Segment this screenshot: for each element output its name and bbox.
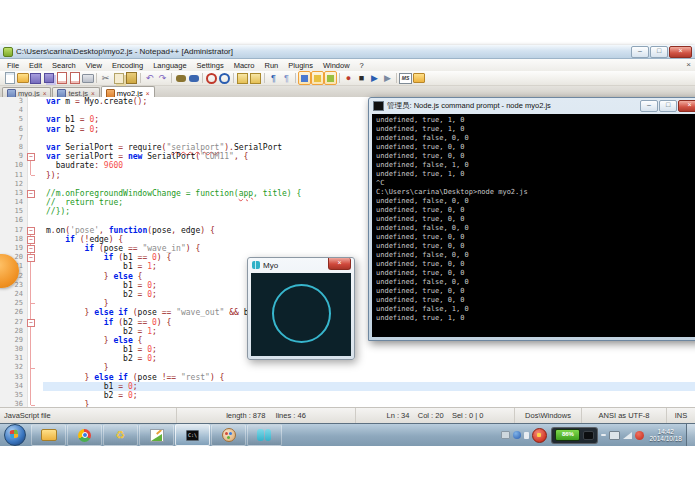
macro-run-multiple-icon[interactable]: ▶ — [381, 72, 394, 85]
status-eol[interactable]: Dos\Windows — [514, 408, 581, 423]
status-encoding[interactable]: ANSI as UTF-8 — [581, 408, 666, 423]
function-list-icon[interactable] — [324, 72, 337, 85]
signal-strength-icon[interactable] — [623, 432, 632, 439]
zoom-in-icon[interactable] — [205, 72, 218, 85]
tab-close-icon[interactable]: × — [91, 90, 95, 97]
paste-icon[interactable] — [125, 72, 138, 85]
line-number: 3 — [0, 97, 28, 106]
notepadpp-titlebar[interactable]: C:\Users\carina\Desktop\myo2.js - Notepa… — [0, 45, 695, 59]
menu-item-encoding[interactable]: Encoding — [107, 61, 148, 70]
menu-item-[interactable]: ? — [355, 61, 369, 70]
terminal-line: undefined, false, 0, 0 — [376, 251, 695, 260]
line-number: 9 — [0, 152, 28, 161]
terminal-line: undefined, true, 0, 0 — [376, 296, 695, 305]
menu-item-plugins[interactable]: Plugins — [283, 61, 318, 70]
window-title: C:\Users\carina\Desktop\myo2.js - Notepa… — [16, 47, 626, 56]
find-icon[interactable] — [174, 72, 187, 85]
sync-vertical-icon[interactable] — [236, 72, 249, 85]
line-number: 28 — [0, 327, 28, 336]
hidden-icons-button[interactable] — [601, 434, 606, 436]
line-number: 5 — [0, 115, 28, 124]
cmd-icon — [373, 101, 384, 111]
save-all-icon[interactable] — [42, 72, 55, 85]
taskbar-yellow-app[interactable]: ♻ — [103, 424, 138, 446]
show-desktop-button[interactable] — [686, 424, 695, 446]
notepadpp-icon — [3, 47, 13, 57]
tray-small-icon[interactable] — [524, 432, 529, 439]
tab-close-icon[interactable]: × — [43, 90, 47, 97]
doc-switcher-icon[interactable] — [311, 72, 324, 85]
replace-icon[interactable] — [187, 72, 200, 85]
minimize-button[interactable]: – — [631, 46, 649, 58]
network-icon[interactable] — [609, 431, 620, 440]
tray-messenger-icon[interactable] — [513, 431, 521, 439]
undo-icon[interactable]: ↶ — [143, 72, 156, 85]
cmd-minimize-button[interactable]: – — [640, 100, 658, 112]
cmd-close-button[interactable]: × — [678, 100, 695, 112]
terminal-output[interactable]: undefined, true, 1, 0undefined, true, 1,… — [372, 114, 695, 337]
zoom-out-icon[interactable] — [218, 72, 231, 85]
tray-security-icon[interactable] — [532, 428, 547, 443]
menu-item-view[interactable]: View — [81, 61, 107, 70]
macro-record-icon[interactable]: ● — [342, 72, 355, 85]
myo-close-button[interactable]: × — [328, 258, 351, 270]
line-number: 17 — [0, 226, 28, 235]
taskbar-image-app[interactable] — [139, 424, 174, 446]
toolbar-separator — [202, 73, 203, 83]
battery-level: 86% — [555, 429, 580, 441]
menu-item-language[interactable]: Language — [148, 61, 191, 70]
menu-bar: FileEditSearchViewEncodingLanguageSettin… — [0, 59, 695, 71]
line-number: 31 — [0, 354, 28, 363]
taskbar-cmd[interactable]: C:\ — [175, 424, 210, 446]
close-file-icon[interactable] — [55, 72, 68, 85]
redo-icon[interactable]: ↷ — [156, 72, 169, 85]
word-wrap-icon[interactable]: ¶ — [267, 72, 280, 85]
menu-item-run[interactable]: Run — [260, 61, 284, 70]
taskbar-clock[interactable]: 14:42 2014/10/18 — [649, 428, 682, 443]
line-number: 7 — [0, 134, 28, 143]
menu-item-macro[interactable]: Macro — [229, 61, 260, 70]
taskbar-explorer[interactable] — [31, 424, 66, 446]
taskbar-paint[interactable] — [211, 424, 246, 446]
menu-item-window[interactable]: Window — [318, 61, 355, 70]
menu-item-file[interactable]: File — [2, 61, 24, 70]
tab-close-icon[interactable]: × — [146, 90, 150, 97]
cut-icon[interactable]: ✂ — [99, 72, 112, 85]
ms-plugin-icon[interactable]: MS — [399, 72, 412, 85]
status-length: length : 878 lines : 46 — [176, 408, 355, 423]
line-number: 8 — [0, 143, 28, 152]
menu-item-settings[interactable]: Settings — [192, 61, 229, 70]
toolbar-separator — [264, 73, 265, 83]
macro-play-icon[interactable]: ▶ — [368, 72, 381, 85]
cmd-maximize-button[interactable]: □ — [659, 100, 677, 112]
explorer-plugin-icon[interactable] — [412, 72, 425, 85]
menu-item-edit[interactable]: Edit — [24, 61, 47, 70]
terminal-line: undefined, false, 0, 0 — [376, 197, 695, 206]
taskbar-chrome[interactable] — [67, 424, 102, 446]
document-map-icon[interactable] — [298, 72, 311, 85]
copy-icon[interactable] — [112, 72, 125, 85]
sync-horizontal-icon[interactable] — [249, 72, 262, 85]
open-file-icon[interactable] — [16, 72, 29, 85]
save-icon[interactable] — [29, 72, 42, 85]
volume-alert-icon[interactable] — [635, 431, 644, 440]
tray-hidden-app-icon[interactable] — [501, 431, 510, 439]
close-button[interactable]: × — [669, 46, 692, 58]
close-all-icon[interactable] — [68, 72, 81, 85]
print-icon[interactable] — [81, 72, 94, 85]
new-file-icon[interactable] — [3, 72, 16, 85]
terminal-line: undefined, true, 1, 0 — [376, 170, 695, 179]
maximize-button[interactable]: □ — [650, 46, 668, 58]
show-symbol-icon[interactable]: ¶ — [280, 72, 293, 85]
terminal-line: undefined, true, 0, 0 — [376, 215, 695, 224]
line-number: 12 — [0, 180, 28, 189]
start-button[interactable] — [4, 424, 26, 446]
status-insert-mode[interactable]: INS — [666, 408, 695, 423]
macro-stop-icon[interactable]: ■ — [355, 72, 368, 85]
close-document-icon[interactable]: × — [686, 60, 691, 70]
toolbar-separator — [171, 73, 172, 83]
taskbar-chrome-icon — [78, 429, 91, 442]
battery-indicator[interactable]: 86% — [551, 427, 598, 444]
menu-item-search[interactable]: Search — [47, 61, 81, 70]
taskbar-myo-connect[interactable] — [247, 424, 282, 446]
